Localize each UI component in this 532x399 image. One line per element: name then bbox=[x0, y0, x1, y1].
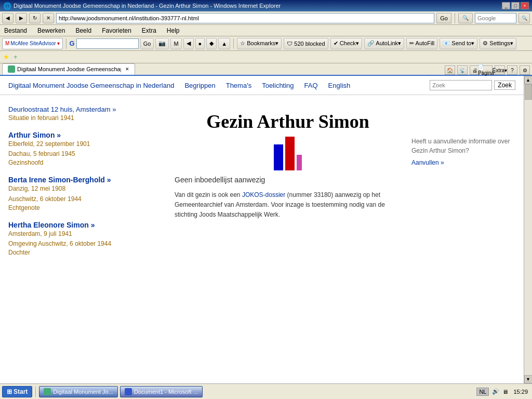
autofill-button[interactable]: ✏ AutoFill bbox=[406, 38, 437, 49]
flag-bar-pink bbox=[297, 155, 302, 170]
check-button[interactable]: ✔ Check▾ bbox=[330, 38, 362, 49]
aanvullen-link[interactable]: Aanvullen » bbox=[411, 159, 444, 166]
tab-close-icon[interactable]: ✕ bbox=[125, 66, 129, 72]
main-wrapper: Digitaal Monument Joodse Gemeenschap in … bbox=[0, 76, 532, 383]
tab-extra-button[interactable]: Extra▾ bbox=[495, 65, 505, 75]
gmail-icon[interactable]: M bbox=[170, 38, 181, 49]
menu-help[interactable]: Help bbox=[165, 26, 182, 35]
refresh-button[interactable]: ↻ bbox=[29, 13, 41, 23]
google-search-box[interactable] bbox=[76, 38, 139, 49]
flag-bar-red bbox=[285, 137, 295, 170]
active-tab[interactable]: Digitaal Monument Joodse Gemeenschap in … bbox=[2, 63, 135, 75]
google-icon-4[interactable]: ◆ bbox=[206, 38, 217, 49]
forward-button[interactable]: ▶ bbox=[16, 13, 27, 23]
nav-toelichting[interactable]: Toelichting bbox=[262, 82, 294, 89]
nav-themas[interactable]: Thema's bbox=[226, 82, 251, 89]
favorites-bar: ★ + bbox=[0, 51, 532, 63]
berta-role: Echtgenote bbox=[8, 204, 164, 211]
maximize-button[interactable]: □ bbox=[511, 2, 520, 9]
menu-bestand[interactable]: Bestand bbox=[2, 26, 29, 35]
hertha-role: Dochter bbox=[8, 249, 164, 256]
scroll-thumb[interactable] bbox=[525, 84, 532, 100]
addressbar: ◀ ▶ ↻ ✕ Go 🔍 🔍 bbox=[0, 11, 532, 25]
minimize-button[interactable]: _ bbox=[502, 2, 510, 9]
google-icon-3[interactable]: ● bbox=[195, 38, 205, 49]
address-entry: Deurloostraat 12 huis, Amsterdam » Situa… bbox=[8, 105, 164, 122]
scroll-track[interactable] bbox=[524, 84, 533, 375]
go-button[interactable]: Go bbox=[436, 13, 451, 23]
tab-home-button[interactable]: 🏠 bbox=[445, 65, 455, 75]
menubar: Bestand Bewerken Beeld Favorieten Extra … bbox=[0, 25, 532, 36]
site-search-input[interactable] bbox=[430, 80, 492, 90]
tab-settings-button[interactable]: ⚙ bbox=[520, 65, 530, 75]
windows-icon: ⊞ bbox=[7, 388, 12, 395]
stop-button[interactable]: ✕ bbox=[43, 13, 54, 23]
google-label: G bbox=[70, 39, 75, 47]
nav-faq[interactable]: FAQ bbox=[304, 82, 318, 89]
tab-favicon bbox=[8, 65, 15, 73]
titlebar: 🌐 Digitaal Monument Joodse Gemeenschap i… bbox=[0, 0, 532, 11]
hertha-death: Omgeving Auschwitz, 6 oktober 1944 bbox=[8, 239, 164, 249]
address-input[interactable] bbox=[56, 13, 434, 23]
scroll-up-button[interactable]: ▲ bbox=[524, 76, 533, 84]
menu-favorieten[interactable]: Favorieten bbox=[100, 26, 134, 35]
bookmarks-button[interactable]: ☆ Bookmarks▾ bbox=[237, 38, 282, 49]
google-icon-1[interactable]: 📷 bbox=[155, 38, 169, 49]
mcafee-section: M McAfee SiteAdvisor ▾ bbox=[2, 38, 63, 49]
tab-label: Digitaal Monument Joodse Gemeenschap in … bbox=[17, 66, 121, 72]
taskbar-ie-item[interactable]: Digitaal Monument Jo... bbox=[39, 386, 118, 397]
right-column: Heeft u aanvullende informatie over Gezi… bbox=[411, 95, 515, 256]
mcafee-button[interactable]: M McAfee SiteAdvisor ▾ bbox=[2, 38, 63, 49]
site-search-form: Zoek bbox=[430, 80, 515, 90]
scroll-down-button[interactable]: ▼ bbox=[524, 375, 533, 383]
menu-extra[interactable]: Extra bbox=[140, 26, 158, 35]
close-button[interactable]: × bbox=[521, 2, 529, 9]
autolink-button[interactable]: 🔗 AutoLink▾ bbox=[364, 38, 404, 49]
start-button[interactable]: ⊞ Start bbox=[2, 386, 32, 397]
settings-button[interactable]: ⚙ Settings▾ bbox=[480, 38, 516, 49]
google-search-button[interactable]: 🔍 bbox=[518, 13, 530, 23]
site-search-button[interactable]: Zoek bbox=[494, 81, 515, 90]
info-box-title: Heeft u aanvullende informatie over Gezi… bbox=[411, 137, 515, 155]
google-icon-5[interactable]: ▲ bbox=[218, 38, 230, 49]
address-link[interactable]: Deurloostraat 12 huis, Amsterdam » bbox=[8, 105, 116, 113]
mcafee-label: McAfee SiteAdvisor bbox=[10, 41, 56, 46]
titlebar-title: Digitaal Monument Joodse Gemeenschap in … bbox=[14, 3, 281, 9]
tab-help-button[interactable]: ? bbox=[507, 65, 517, 75]
taskbar-word-label: Document1 - Microsoft ... bbox=[134, 389, 198, 395]
tab-page-button[interactable]: 📄 Pagina▾ bbox=[482, 65, 493, 75]
titlebar-controls[interactable]: _ □ × bbox=[502, 2, 529, 9]
person-link-hertha[interactable]: Hertha Eleonore Simon » bbox=[8, 221, 95, 229]
taskbar-word-item[interactable]: Document1 - Microsoft ... bbox=[120, 386, 203, 397]
blocked-button[interactable]: 🛡 520 blocked bbox=[284, 38, 328, 49]
statusbar-right: NL 🔊 🖥 15:29 bbox=[476, 388, 530, 396]
favorites-star-icon[interactable]: ★ bbox=[3, 53, 9, 61]
nav-english[interactable]: English bbox=[328, 82, 351, 89]
sendto-button[interactable]: 📧 Send to▾ bbox=[440, 38, 477, 49]
google-go-button[interactable]: Go bbox=[140, 38, 154, 49]
google-section: G Go 📷 M ◀ ● ◆ ▲ bbox=[70, 38, 231, 49]
google-icon-2[interactable]: ◀ bbox=[183, 38, 194, 49]
hertha-birth: Amsterdam, 9 juli 1941 bbox=[8, 229, 164, 239]
network-icon: 🖥 bbox=[502, 389, 508, 395]
search-icon[interactable]: 🔍 bbox=[458, 13, 473, 23]
taskbar-word-icon bbox=[125, 388, 132, 395]
menu-beeld[interactable]: Beeld bbox=[73, 26, 94, 35]
favorites-add-icon[interactable]: + bbox=[14, 53, 18, 61]
nav-home[interactable]: Digitaal Monument Joodse Gemeenschap in … bbox=[8, 82, 174, 89]
flag-decoration bbox=[274, 137, 302, 170]
statusbar: ⊞ Start Digitaal Monument Jo... Document… bbox=[0, 383, 532, 399]
person-link-berta[interactable]: Berta Irene Simon-Berghold » bbox=[8, 176, 111, 184]
jokos-link[interactable]: JOKOS-dossier bbox=[242, 191, 285, 198]
search-input[interactable] bbox=[475, 13, 516, 23]
taskbar-ie-label: Digitaal Monument Jo... bbox=[53, 389, 113, 395]
back-button[interactable]: ◀ bbox=[2, 13, 14, 23]
person-link-arthur[interactable]: Arthur Simon » bbox=[8, 131, 61, 139]
nav-begrippen[interactable]: Begrippen bbox=[184, 82, 215, 89]
address-date: Situatie in februari 1941 bbox=[8, 114, 164, 122]
tab-rss-button[interactable]: 📡 bbox=[457, 65, 468, 75]
menu-bewerken[interactable]: Bewerken bbox=[35, 26, 67, 35]
person-arthur-simon: Arthur Simon » Elberfeld, 22 september 1… bbox=[8, 131, 164, 166]
scrollbar[interactable]: ▲ ▼ bbox=[524, 76, 532, 383]
page-content: Digitaal Monument Joodse Gemeenschap in … bbox=[0, 76, 524, 383]
